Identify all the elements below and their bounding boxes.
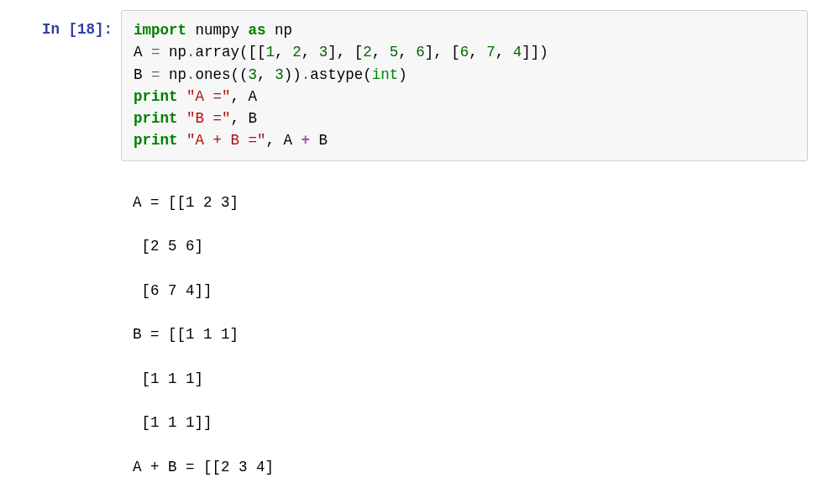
output-line: [1 1 1]] [133, 412, 796, 433]
code-line-4: B = np.ones((3, 3)).astype(int) [134, 64, 795, 86]
code-line-3: A = np.array([[1, 2, 3], [2, 5, 6], [6, … [134, 41, 795, 63]
alias-np: np [275, 22, 292, 39]
output-line: [3 6 7] [133, 500, 796, 504]
code-line-7: print "A + B =", A + B [134, 129, 795, 151]
code-line-6: print "B =", B [134, 108, 795, 129]
prompt-bracket-close: ]: [95, 21, 113, 38]
prompt-label: In [42, 21, 69, 38]
code-input-area[interactable]: import numpy as np A = np.array([[1, 2, … [121, 10, 808, 161]
keyword-import: import [134, 22, 186, 39]
module-numpy: numpy [196, 22, 240, 39]
output-line: A = [[1 2 3] [133, 192, 796, 213]
output-line: B = [[1 1 1] [133, 323, 796, 345]
code-cell: In [18]: import numpy as np A = np.array… [10, 10, 808, 161]
output-line: [6 7 4]] [133, 280, 796, 302]
keyword-as: as [249, 22, 266, 39]
code-line-5: print "A =", A [134, 86, 795, 108]
prompt-bracket-open: [ [68, 21, 77, 38]
output-line: [1 1 1] [133, 368, 796, 390]
output-line: [2 5 6] [133, 235, 796, 257]
input-prompt: In [18]: [10, 10, 121, 161]
prompt-number: 18 [77, 21, 95, 38]
output-line: A + B = [[2 3 4] [133, 456, 796, 478]
output-area: A = [[1 2 3] [2 5 6] [6 7 4]] B = [[1 1 … [121, 161, 808, 505]
code-line-1: import numpy as np [134, 19, 795, 41]
